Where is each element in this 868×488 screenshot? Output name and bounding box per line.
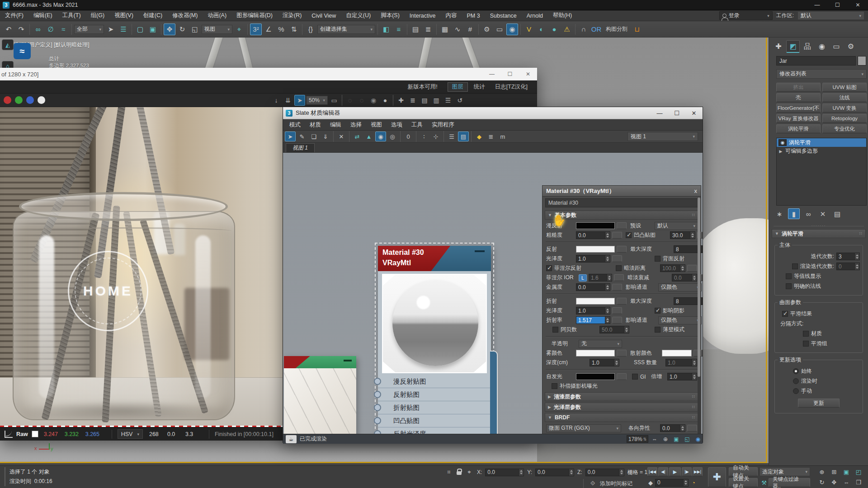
me-menu-item-0[interactable]: 模式 <box>285 119 305 130</box>
print-icon[interactable]: ▥ <box>431 95 442 106</box>
color-swatch[interactable] <box>576 222 615 229</box>
select-and-move-icon[interactable]: ✥ <box>164 23 175 35</box>
pan-lock-icon[interactable]: ◉ <box>693 435 703 443</box>
maximize-viewport-icon[interactable]: ❒ <box>853 478 864 487</box>
isoline-checkbox[interactable] <box>786 273 792 279</box>
me-menu-item-1[interactable]: 材质 <box>305 119 326 130</box>
material-name-field[interactable]: Material #30 <box>545 198 698 207</box>
value-spinner[interactable]: 1.0 <box>667 373 697 380</box>
map-slot-button[interactable] <box>612 284 622 291</box>
menu-item-8[interactable]: 图形编辑器(D) <box>231 10 278 21</box>
mirror-icon[interactable]: ◧ <box>380 23 392 35</box>
edit-named-selections-icon[interactable]: {} <box>305 23 316 35</box>
layer-list-icon[interactable]: ≣ <box>407 95 418 106</box>
map-slot-button[interactable] <box>612 317 622 324</box>
map-slot-button[interactable] <box>687 265 697 272</box>
node-slot-2[interactable]: 折射贴图 <box>378 401 491 414</box>
map-slot-button[interactable] <box>614 274 624 281</box>
selection-lock-bracket-icon[interactable]: ⌗ <box>444 468 453 477</box>
color-swatch[interactable] <box>662 350 692 357</box>
selection-lock-icon[interactable] <box>457 471 462 475</box>
select-by-name-icon[interactable]: ☰ <box>118 23 129 35</box>
render-iterative-icon[interactable]: ◐ <box>536 23 547 35</box>
angle-snap-icon[interactable]: ∠ <box>263 23 274 35</box>
render-setup-icon[interactable]: ⚙ <box>481 23 493 35</box>
visibility-eye-icon[interactable]: ◉ <box>778 139 787 146</box>
pick-material-icon[interactable]: ✎ <box>297 131 307 141</box>
toggle-layer-explorer-icon[interactable]: ≣ <box>422 23 434 35</box>
turbosmooth-rollout-header[interactable]: ▼ 涡轮平滑 ∷ <box>772 229 866 238</box>
menu-item-16[interactable]: Substance <box>485 10 522 21</box>
minimize-button[interactable]: — <box>483 68 501 80</box>
modifier-button-3[interactable]: 法线 <box>822 93 867 102</box>
rendered-frame-window-icon[interactable]: ▭ <box>494 23 505 35</box>
graph-zoom-field[interactable]: 178%⇅ <box>627 435 648 443</box>
menu-item-18[interactable]: 帮助(H) <box>548 10 577 21</box>
show-end-result-icon[interactable]: ▮ <box>788 208 800 219</box>
stack-item-0[interactable]: ◉涡轮平滑 <box>777 138 866 147</box>
title-bar[interactable]: 3 6666.max - 3ds Max 2021 — ☐ ✕ <box>0 0 868 10</box>
selection-set-dropdown[interactable]: 选定对象▾ <box>760 467 810 476</box>
or-badge-icon[interactable]: OR <box>590 23 602 35</box>
me-menu-item-3[interactable]: 选择 <box>346 119 366 130</box>
make-unique-icon[interactable]: ∞ <box>802 208 814 219</box>
select-by-material-icon[interactable]: ◆ <box>474 131 485 141</box>
value-spinner[interactable]: 1.517 <box>576 316 610 324</box>
value-spinner[interactable]: 30.0 <box>670 231 695 239</box>
selection-filter-dropdown[interactable]: 全部▾ <box>74 25 104 34</box>
slot-connector-icon[interactable] <box>374 378 381 385</box>
select-and-rotate-icon[interactable]: ↻ <box>176 23 188 35</box>
put-to-library-icon[interactable]: ❏ <box>308 131 319 141</box>
zoom-icon[interactable]: ⊕ <box>816 467 827 476</box>
render-last-icon[interactable]: ◉ <box>368 95 379 106</box>
checkbox-group[interactable]: 影响阴影 <box>655 307 697 314</box>
auto-update-selected-icon[interactable]: ◉ <box>375 131 386 141</box>
value-spinner[interactable]: 1.0 <box>576 307 610 314</box>
me-title-bar[interactable]: 3 Slate 材质编辑器 — ☐ ✕ <box>283 107 703 119</box>
login-dropdown[interactable]: 登录 ▾ <box>719 11 773 20</box>
color-space-dropdown[interactable]: HSV ▾ <box>118 429 143 439</box>
pan-icon[interactable]: ⇔ <box>650 435 659 443</box>
zoom-extents-icon[interactable]: ▣ <box>841 467 852 476</box>
menu-item-9[interactable]: 渲染(R) <box>278 10 307 21</box>
zoom-region-icon[interactable]: ◰ <box>853 467 864 476</box>
rollout-清漆层参数[interactable]: ▶清漆层参数∷ <box>545 392 698 401</box>
value-spinner[interactable]: 0.0 <box>672 274 697 282</box>
map-slot-button[interactable] <box>612 232 622 239</box>
assign-to-selection-icon[interactable]: ⇓ <box>320 131 331 141</box>
orbit-icon[interactable]: ↻ <box>816 478 827 487</box>
viewport-plugin-icon[interactable]: ◭ <box>2 39 14 50</box>
zoom-selected-icon[interactable]: ◱ <box>683 435 692 443</box>
checkbox-group[interactable]: 阿贝数 <box>552 326 598 333</box>
explicit-normals-checkbox[interactable] <box>786 283 792 289</box>
value-spinner[interactable]: 0.0 <box>576 283 610 291</box>
menu-item-12[interactable]: 脚本(S) <box>376 10 405 21</box>
map-slot-button[interactable] <box>612 255 622 262</box>
expand-arrow-icon[interactable]: ▶ <box>778 149 783 154</box>
add-time-tag[interactable]: 添加时间标记 <box>600 480 632 488</box>
go-to-start-button[interactable]: |◀◀ <box>647 467 657 476</box>
minimize-button[interactable]: — <box>807 0 827 10</box>
render-iterations-checkbox[interactable] <box>792 263 798 269</box>
redo-icon[interactable]: ↷ <box>15 23 27 35</box>
map-slot-button[interactable] <box>617 298 627 305</box>
update-preview-icon[interactable]: ▲ <box>363 131 374 141</box>
value-spinner[interactable]: 1.0 <box>590 359 619 366</box>
me-menu-item-5[interactable]: 选项 <box>387 119 407 130</box>
node-output-flap[interactable] <box>490 351 498 434</box>
layout-vertical-icon[interactable]: ∶ <box>419 131 429 141</box>
auto-update-all-icon[interactable]: ◎ <box>387 131 398 141</box>
toggle-scene-explorer-icon[interactable]: ▤ <box>410 23 421 35</box>
delete-selected-icon[interactable]: ✕ <box>336 131 347 141</box>
checkbox-group[interactable]: 菲涅尔反射 <box>546 264 597 272</box>
tab-motion[interactable]: ◉ <box>815 40 829 53</box>
select-and-scale-icon[interactable]: ◱ <box>189 23 201 35</box>
vfb-tab-1[interactable]: 统计 <box>470 82 489 92</box>
maximize-button[interactable]: ☐ <box>668 107 685 119</box>
set-keys-button[interactable]: ✚ <box>708 467 726 487</box>
use-pivot-center-icon[interactable]: ⌖ <box>233 23 245 35</box>
modifier-list-dropdown[interactable]: 修改器列表 ▾ <box>776 69 867 79</box>
panel-splitter[interactable]: ······· <box>769 224 868 228</box>
dropdown[interactable]: 仅颜色▾ <box>658 283 702 291</box>
region-render-icon[interactable]: ▭ <box>329 95 340 106</box>
